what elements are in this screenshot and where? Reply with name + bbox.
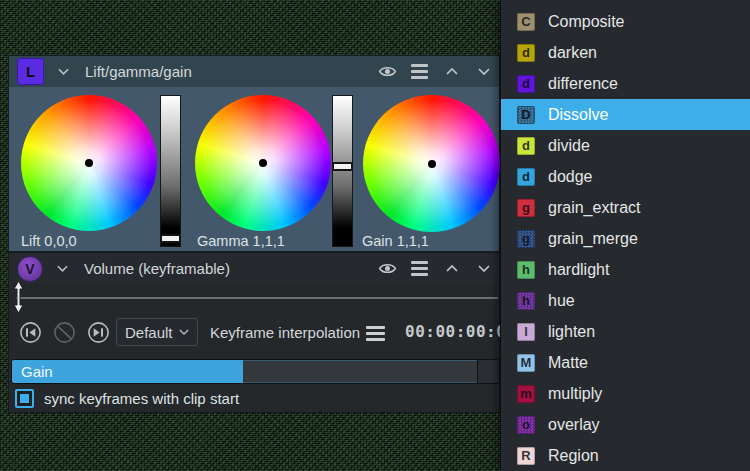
effect-menu-icon[interactable] (410, 62, 429, 81)
blend-mode-letter-icon: d (517, 44, 535, 62)
blend-mode-letter-icon: M (517, 354, 535, 372)
blend-mode-item[interactable]: hhardlight (501, 254, 750, 285)
blend-mode-label: hardlight (548, 261, 609, 279)
show-keyframes-eye-icon[interactable] (378, 259, 397, 278)
blend-mode-item[interactable]: llighten (501, 316, 750, 347)
panel-lift-gamma-gain: L Lift/gamma/gain (8, 55, 500, 252)
add-remove-keyframe-button[interactable] (53, 321, 76, 344)
sync-keyframes-label: sync keyframes with clip start (44, 390, 239, 407)
panel-title: Volume (keyframable) (84, 260, 230, 277)
blend-mode-letter-icon: h (517, 292, 535, 310)
blend-mode-item[interactable]: ooverlay (501, 409, 750, 440)
keyframe-interpolation-label: Keyframe interpolation (210, 324, 360, 341)
move-effect-up-icon[interactable] (442, 259, 461, 278)
gain-value-spinbox[interactable] (477, 360, 499, 383)
move-effect-down-icon[interactable] (474, 259, 493, 278)
preset-selected-value: Default (125, 324, 173, 341)
blend-mode-label: grain_merge (548, 230, 638, 248)
blend-mode-item[interactable]: MMatte (501, 347, 750, 378)
gamma-slider-handle[interactable] (332, 162, 353, 171)
blend-mode-letter-icon: g (517, 199, 535, 217)
blend-mode-label: difference (548, 75, 618, 93)
panel-volume: V Volume (keyframable) (8, 252, 500, 413)
gamma-color-wheel[interactable] (195, 95, 331, 231)
panel-lgg-header: L Lift/gamma/gain (9, 56, 499, 87)
blend-mode-item[interactable]: ggrain_extract (501, 192, 750, 223)
blend-mode-item[interactable]: ddivide (501, 130, 750, 161)
blend-mode-letter-icon: l (517, 323, 535, 341)
blend-mode-label: darken (548, 44, 597, 62)
previous-keyframe-button[interactable] (19, 321, 42, 344)
panel-volume-header: V Volume (keyframable) (9, 253, 499, 284)
lift-slider-handle[interactable] (160, 234, 181, 243)
blend-mode-label: Matte (548, 354, 588, 372)
blend-mode-item[interactable]: ddifference (501, 68, 750, 99)
blend-mode-label: divide (548, 137, 590, 155)
lift-color-wheel[interactable] (21, 95, 157, 231)
blend-mode-label: dodge (548, 168, 593, 186)
blend-mode-label: grain_extract (548, 199, 641, 217)
blend-mode-label: hue (548, 292, 575, 310)
blend-mode-letter-icon: d (517, 168, 535, 186)
blend-mode-label: Dissolve (548, 106, 608, 124)
blend-mode-label: overlay (548, 416, 600, 434)
blend-mode-item[interactable]: ddodge (501, 161, 750, 192)
collapse-chevron-icon[interactable] (58, 68, 69, 75)
effect-stack-background: L Lift/gamma/gain (0, 0, 750, 471)
blend-mode-letter-icon: C (517, 13, 535, 31)
blend-mode-list: CCompositeddarkenddifferenceDDissolveddi… (500, 0, 750, 471)
show-keyframes-eye-icon[interactable] (378, 62, 397, 81)
interpolation-options-icon[interactable] (365, 324, 385, 343)
blend-mode-letter-icon: h (517, 261, 535, 279)
blend-mode-item[interactable]: RRegion (501, 440, 750, 471)
gain-color-wheel[interactable] (363, 95, 500, 232)
move-effect-down-icon[interactable] (474, 62, 493, 81)
lift-wheel-cursor (85, 159, 93, 167)
blend-mode-label: Region (548, 447, 599, 465)
effect-badge-lgg: L (17, 58, 44, 85)
blend-mode-letter-icon: d (517, 137, 535, 155)
gamma-wheel-cursor (259, 159, 267, 167)
blend-mode-label: lighten (548, 323, 595, 341)
effect-menu-icon[interactable] (410, 259, 429, 278)
keyframe-ruler[interactable] (16, 297, 498, 299)
panel-title: Lift/gamma/gain (85, 63, 192, 80)
blend-mode-letter-icon: R (517, 447, 535, 465)
playhead-marker-icon[interactable] (11, 280, 26, 314)
blend-mode-letter-icon: D (517, 106, 535, 124)
lift-level-slider[interactable] (160, 95, 181, 247)
dropdown-chevron-icon (179, 329, 189, 335)
collapse-chevron-icon[interactable] (57, 265, 68, 272)
gain-slider[interactable]: Gain (11, 359, 500, 384)
gamma-value-label: Gamma 1,1,1 (197, 233, 285, 249)
lift-value-label: Lift 0,0,0 (21, 233, 77, 249)
blend-mode-item[interactable]: ddarken (501, 37, 750, 68)
blend-mode-item[interactable]: DDissolve (501, 99, 750, 130)
checkbox-check-mark (20, 394, 29, 403)
blend-mode-letter-icon: d (517, 75, 535, 93)
blend-mode-label: Composite (548, 13, 624, 31)
gain-wheel-cursor (428, 160, 436, 168)
sync-keyframes-checkbox[interactable] (15, 389, 34, 408)
gain-slider-label: Gain (21, 363, 53, 380)
gamma-level-slider[interactable] (332, 95, 353, 247)
blend-mode-item[interactable]: ggrain_merge (501, 223, 750, 254)
move-effect-up-icon[interactable] (442, 62, 461, 81)
gain-value-label: Gain 1,1,1 (362, 233, 429, 249)
keyframe-preset-dropdown[interactable]: Default (116, 318, 198, 346)
blend-mode-item[interactable]: hhue (501, 285, 750, 316)
blend-mode-letter-icon: m (517, 385, 535, 403)
blend-mode-label: multiply (548, 385, 602, 403)
effect-badge-volume: V (17, 256, 43, 282)
blend-mode-letter-icon: o (517, 416, 535, 434)
blend-mode-letter-icon: g (517, 230, 535, 248)
blend-mode-item[interactable]: CComposite (501, 6, 750, 37)
blend-mode-item[interactable]: mmultiply (501, 378, 750, 409)
next-keyframe-button[interactable] (87, 321, 110, 344)
